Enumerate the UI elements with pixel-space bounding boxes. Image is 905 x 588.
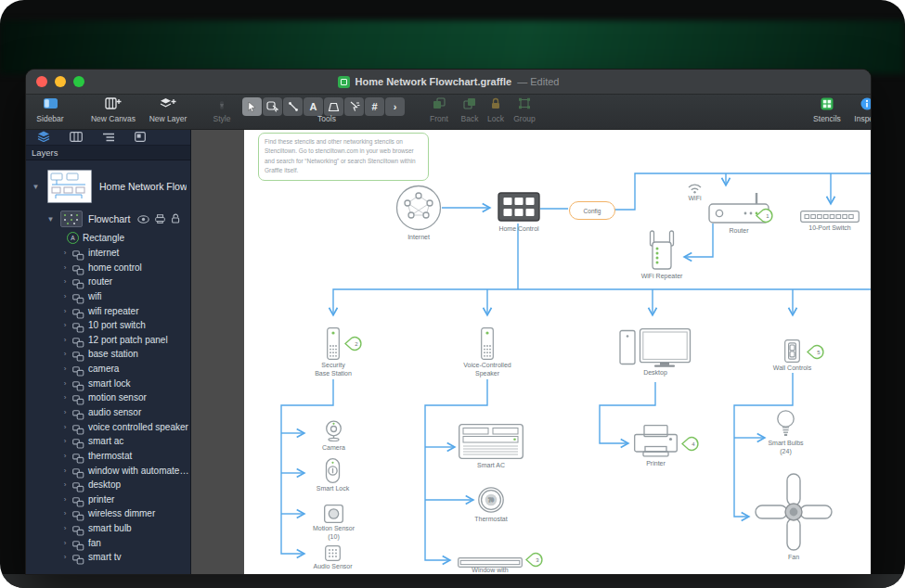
- style-dropdown[interactable]: ▾: [220, 101, 224, 109]
- canvas-scroll-area[interactable]: Find these stencils and other networking…: [191, 130, 871, 574]
- canvas-page[interactable]: Find these stencils and other networking…: [244, 130, 871, 574]
- disclosure-closed-icon[interactable]: ›: [61, 480, 69, 489]
- node-wifi-ap[interactable]: WiFi: [687, 181, 703, 198]
- layer-object-item[interactable]: ›smart lock: [26, 376, 190, 390]
- disclosure-closed-icon[interactable]: ›: [61, 321, 69, 329]
- layer-object-item[interactable]: ›10 port switch: [26, 318, 190, 333]
- node-router[interactable]: Router1: [704, 191, 774, 228]
- group-button[interactable]: Group: [508, 97, 541, 123]
- layer-visible-icon[interactable]: [137, 211, 149, 227]
- layer-object-rectangle[interactable]: A Rectangle: [26, 231, 190, 246]
- disclosure-closed-icon[interactable]: ›: [61, 277, 69, 286]
- layer-object-item[interactable]: ›wifi: [26, 289, 190, 304]
- layer-object-item[interactable]: ›motion sensor: [26, 390, 190, 405]
- node-security-station[interactable]: SecurityBase Station2: [327, 327, 340, 364]
- node-camera[interactable]: Camera: [324, 420, 343, 445]
- layer-object-item[interactable]: ›smart bulb: [26, 521, 190, 536]
- disclosure-closed-icon[interactable]: ›: [61, 495, 69, 504]
- layer-object-item[interactable]: ›wireless dimmer: [26, 506, 190, 521]
- disclosure-closed-icon[interactable]: ›: [61, 553, 69, 561]
- disclosure-closed-icon[interactable]: ›: [61, 423, 69, 431]
- node-wall-controls[interactable]: Wall Controls5: [784, 339, 800, 366]
- disclosure-closed-icon[interactable]: ›: [61, 379, 69, 388]
- layer-object-item[interactable]: ›base station: [26, 347, 190, 362]
- title-bar[interactable]: Home Network Flowchart.graffle — Edited: [26, 70, 871, 95]
- layer-object-item[interactable]: ›camera: [26, 362, 190, 377]
- text-tool-button[interactable]: A: [304, 97, 323, 116]
- point-editor-tool-button[interactable]: [344, 97, 364, 116]
- disclosure-closed-icon[interactable]: ›: [61, 307, 69, 315]
- numbered-marker-badge[interactable]: 1: [756, 208, 776, 224]
- disclosure-open-icon[interactable]: ▼: [46, 215, 55, 224]
- disclosure-closed-icon[interactable]: ›: [61, 364, 69, 373]
- layer-object-item[interactable]: ›router: [26, 275, 190, 289]
- sidebar-toggle-button[interactable]: Sidebar: [30, 97, 71, 123]
- disclosure-closed-icon[interactable]: ›: [61, 539, 69, 547]
- layer-object-item[interactable]: ›voice controlled speaker: [26, 419, 190, 434]
- selection-tool-button[interactable]: [242, 97, 262, 116]
- disclosure-closed-icon[interactable]: ›: [61, 263, 69, 272]
- new-canvas-button[interactable]: New Canvas: [84, 97, 143, 123]
- stencils-button[interactable]: Stencils: [808, 97, 847, 123]
- node-audio-sensor[interactable]: Audio Sensor: [325, 545, 341, 565]
- style-button[interactable]: ▾ Style: [207, 97, 237, 123]
- shape-draw-tool-button[interactable]: [324, 97, 343, 116]
- node-home-control[interactable]: Home Control: [498, 192, 540, 225]
- new-layer-button[interactable]: New Layer: [143, 97, 193, 123]
- node-config[interactable]: Config: [569, 201, 614, 220]
- shape-tool-button[interactable]: [263, 97, 282, 116]
- layer-object-item[interactable]: ›home control: [26, 260, 190, 275]
- tab-layers[interactable]: [37, 130, 50, 146]
- layer-object-item[interactable]: ›thermostat: [26, 449, 190, 464]
- node-motion-sensor[interactable]: Motion Sensor(10): [324, 505, 343, 527]
- node-smart-ac[interactable]: Smart AC: [459, 424, 524, 463]
- disclosure-closed-icon[interactable]: ›: [61, 467, 69, 475]
- layer-list-item[interactable]: ▼ Flowchart: [26, 209, 190, 231]
- node-voice-speaker[interactable]: Voice-ControlledSpeaker: [481, 327, 494, 364]
- front-button[interactable]: Front: [423, 97, 455, 123]
- tab-contents[interactable]: [135, 130, 146, 146]
- layer-object-item[interactable]: ›desktop: [26, 478, 190, 492]
- layer-object-item[interactable]: ›fan: [26, 535, 190, 550]
- layer-object-item[interactable]: ›smart tv: [26, 550, 190, 565]
- tab-canvases[interactable]: [70, 130, 83, 146]
- disclosure-closed-icon[interactable]: ›: [61, 509, 69, 518]
- disclosure-closed-icon[interactable]: ›: [61, 408, 69, 416]
- node-smart-bulbs[interactable]: Smart Bulbs(24): [777, 410, 795, 441]
- canvas-list-item[interactable]: ▼ Home Network Flowc…: [26, 160, 190, 209]
- layer-object-item[interactable]: ›printer: [26, 492, 190, 507]
- back-button[interactable]: Back: [456, 97, 484, 123]
- line-tool-button[interactable]: [283, 97, 303, 116]
- node-internet[interactable]: Internet: [395, 185, 442, 235]
- zoom-window-button[interactable]: [73, 76, 84, 87]
- disclosure-closed-icon[interactable]: ›: [61, 452, 69, 460]
- disclosure-closed-icon[interactable]: ›: [61, 437, 69, 445]
- disclosure-closed-icon[interactable]: ›: [61, 249, 69, 257]
- minimize-window-button[interactable]: [55, 76, 66, 87]
- disclosure-closed-icon[interactable]: ›: [61, 350, 69, 358]
- node-printer[interactable]: Printer4: [634, 425, 678, 462]
- numbered-marker-badge[interactable]: 3: [525, 552, 546, 568]
- disclosure-open-icon[interactable]: ▼: [32, 183, 40, 191]
- layer-object-item[interactable]: ›12 port patch panel: [26, 332, 190, 347]
- lock-button[interactable]: Lock: [483, 97, 509, 123]
- node-window-auto[interactable]: Window with3: [458, 555, 523, 571]
- diagram-tool-button[interactable]: #: [365, 97, 384, 116]
- disclosure-closed-icon[interactable]: ›: [61, 393, 69, 402]
- node-fan[interactable]: Fan: [754, 472, 834, 556]
- inspect-button[interactable]: Inspect: [848, 97, 871, 123]
- node-switch10[interactable]: 10-Port Switch: [800, 210, 860, 226]
- close-window-button[interactable]: [36, 76, 47, 87]
- disclosure-closed-icon[interactable]: ›: [61, 524, 69, 532]
- numbered-marker-badge[interactable]: 4: [681, 436, 702, 452]
- node-repeater[interactable]: WiFi Repeater: [647, 230, 677, 275]
- layer-object-item[interactable]: ›wifi repeater: [26, 303, 190, 318]
- disclosure-closed-icon[interactable]: ›: [61, 336, 69, 344]
- node-desktop[interactable]: Desktop: [619, 328, 692, 371]
- tab-outline[interactable]: [102, 130, 115, 146]
- node-thermostat[interactable]: 70Thermostat: [478, 487, 504, 517]
- layer-object-item[interactable]: ›internet: [26, 246, 190, 261]
- numbered-marker-badge[interactable]: 2: [344, 336, 365, 352]
- layer-unlocked-icon[interactable]: [171, 211, 181, 227]
- numbered-marker-badge[interactable]: 5: [807, 344, 827, 360]
